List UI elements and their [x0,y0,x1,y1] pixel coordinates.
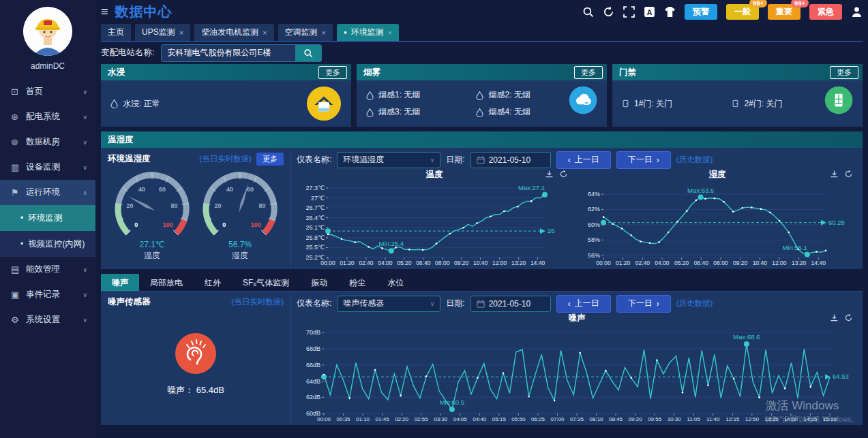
svg-text:25.8℃: 25.8℃ [305,234,325,241]
download-icon[interactable] [545,169,554,178]
tab-hvac[interactable]: 空调监测× [278,24,333,41]
tab-noise[interactable]: 噪声 [101,274,139,291]
sidebar-item-video-monitor[interactable]: • 视频监控(内网) [0,231,95,257]
svg-text:0: 0 [134,221,138,228]
svg-text:02:40: 02:40 [635,260,650,266]
tab-partial-discharge[interactable]: 局部放电 [139,274,194,291]
fullscreen-icon[interactable] [623,6,635,18]
refresh-icon[interactable] [603,6,614,18]
meter-select[interactable]: 噪声传感器∨ [337,296,440,312]
alarm-warning-button[interactable]: 预警 [685,4,717,20]
tab-infrared[interactable]: 红外 [194,274,232,291]
history-data-link[interactable]: (历史数据) [676,155,713,165]
avatar[interactable] [23,7,72,56]
smoke-cloud-icon[interactable] [569,86,597,121]
chevron-down-icon: ∨ [430,157,435,163]
refresh-icon[interactable] [559,169,568,178]
alarm-urgent-button[interactable]: 紧急 [809,4,842,20]
svg-text:湿度: 湿度 [231,251,248,260]
sidebar-item-event-log[interactable]: ▣ 事件记录 ∨ [0,282,95,307]
svg-text:Max:63.6: Max:63.6 [687,187,714,194]
tab-vibration[interactable]: 振动 [300,274,338,291]
sidebar-item-operating-env[interactable]: ⚑ 运行环境 ∧ [0,180,95,205]
sidebar: adminDC ⊡ 首页 ∨ ⊛ 配电系统 ∨ ⊚ 数据机房 ∨ ▥ 设备监测 … [0,0,95,438]
sidebar-item-home[interactable]: ⊡ 首页 ∨ [0,79,95,104]
sidebar-item-device-monitor[interactable]: ▥ 设备监测 ∨ [0,155,95,180]
droplet-icon [476,91,483,100]
svg-text:56.7%: 56.7% [228,240,251,249]
temperature-gauge: 02040608010027.1℃温度 [108,166,196,265]
tab-water-level[interactable]: 水位 [376,274,415,291]
svg-text:64.53: 64.53 [833,373,849,380]
water-home-icon[interactable] [306,86,342,121]
energy-icon: ▤ [11,264,26,275]
tab-ups[interactable]: UPS监测× [135,24,190,41]
svg-text:04:00: 04:00 [655,260,670,266]
noise-icon[interactable] [175,332,217,375]
svg-text:64%: 64% [588,191,600,198]
chevron-right-icon: › [657,155,659,165]
temperature-chart: 温度 25.2℃25.5℃25.8℃26.1℃26.4℃26.7℃27℃27.3… [297,169,572,268]
svg-text:13:20: 13:20 [792,260,807,266]
hamburger-menu-icon[interactable]: ≡ [101,5,108,19]
tab-diesel[interactable]: 柴油发电机监测× [194,24,273,41]
calendar-icon [477,156,485,164]
translate-icon[interactable]: A [644,6,655,18]
chevron-down-icon: ∨ [83,266,87,273]
close-icon[interactable]: × [179,29,183,37]
tab-dust[interactable]: 粉尘 [338,274,376,291]
sidebar-item-power-system[interactable]: ⊛ 配电系统 ∨ [0,104,95,129]
th-more-button[interactable]: 更多 [256,153,284,166]
svg-text:10:40: 10:40 [473,260,488,266]
event-log-icon: ▣ [11,290,26,300]
svg-text:20: 20 [214,202,221,209]
station-name-label: 变配电站名称: [101,47,154,59]
svg-text:00:35: 00:35 [337,416,351,422]
sidebar-item-data-room[interactable]: ⊚ 数据机房 ∨ [0,129,95,155]
smoke-item-3: 烟感3: 无烟 [366,106,458,118]
prev-day-button[interactable]: ‹上一日 [556,295,611,313]
download-icon[interactable] [830,169,839,178]
search-button[interactable] [295,45,321,61]
sidebar-item-settings[interactable]: ⚙ 系统设置 ∨ [0,307,95,332]
alarm-important-button[interactable]: 重要 99+ [768,4,800,20]
date-label: 日期: [446,298,464,309]
date-picker[interactable]: 2021-05-10 [470,296,551,312]
refresh-icon[interactable] [844,313,853,322]
close-icon[interactable]: × [388,29,392,37]
svg-text:04:40: 04:40 [473,416,487,422]
svg-text:56%: 56% [588,252,600,259]
user-icon[interactable] [851,6,863,18]
smoke-more-button[interactable]: 更多 [574,66,603,79]
meter-select[interactable]: 环境温湿度∨ [337,152,440,168]
access-door-icon[interactable] [824,86,853,121]
tab-home[interactable]: 主页 [101,24,131,41]
station-name-input[interactable] [162,45,295,61]
prev-day-button[interactable]: ‹上一日 [556,151,611,169]
svg-text:26.7℃: 26.7℃ [305,204,325,211]
next-day-button[interactable]: 下一日› [616,295,671,313]
next-day-button[interactable]: 下一日› [616,151,671,169]
access-more-button[interactable]: 更多 [830,66,858,79]
droplet-icon [110,99,118,108]
svg-text:58%: 58% [588,236,600,243]
water-more-button[interactable]: 更多 [318,66,347,79]
tab-sf6-gas[interactable]: SF₆气体监测 [232,274,300,291]
svg-text:05:20: 05:20 [397,260,412,266]
sidebar-item-env-monitor[interactable]: • 环境监测 [0,205,95,231]
sidebar-item-energy[interactable]: ▤ 能效管理 ∨ [0,257,95,282]
chevron-down-icon: ∨ [83,139,87,146]
refresh-icon[interactable] [844,169,853,178]
alarm-important-badge: 99+ [791,0,809,7]
close-icon[interactable]: × [263,29,267,37]
date-picker[interactable]: 2021-05-10 [470,152,551,168]
download-icon[interactable] [830,313,839,322]
search-icon[interactable] [582,6,594,18]
tab-env-monitor[interactable]: ●环境监测× [337,24,399,41]
history-data-link[interactable]: (历史数据) [676,298,713,309]
alarm-general-button[interactable]: 一般 99+ [726,4,759,20]
close-icon[interactable]: × [322,29,326,37]
svg-text:06:40: 06:40 [416,260,431,266]
theme-skin-icon[interactable] [664,6,676,18]
svg-text:66dB: 66dB [306,362,320,369]
